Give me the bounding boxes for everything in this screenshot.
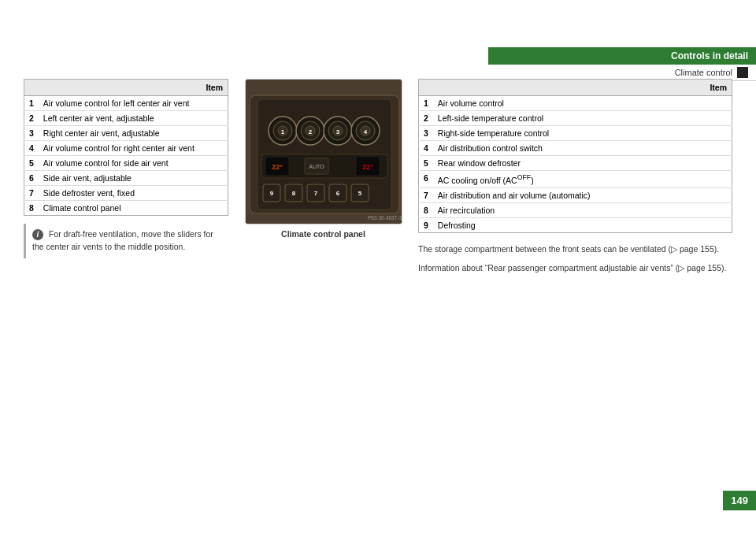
info-icon: i [32, 229, 43, 240]
table-row: 1 Air volume control [419, 96, 732, 111]
row-desc: Rear window defroster [433, 156, 732, 171]
extra-paragraph-2: Information about “Rear passenger compar… [418, 261, 732, 275]
table-row: 2 Left center air vent, adjustable [24, 111, 228, 126]
climate-panel-svg: 1 2 3 4 22° [246, 80, 402, 224]
row-desc: Right center air vent, adjustable [39, 126, 228, 141]
table-row: 7 Side defroster vent, fixed [24, 186, 228, 201]
row-desc: Defrosting [433, 217, 732, 232]
table-row: 8 Air recirculation [419, 202, 732, 217]
row-num: 2 [419, 111, 433, 126]
row-num: 5 [24, 156, 39, 171]
extra-text: The storage compartment between the fron… [418, 243, 732, 276]
row-desc: Air distribution control switch [433, 141, 732, 156]
row-num: 4 [419, 141, 433, 156]
row-num: 3 [24, 126, 39, 141]
table-row: 4 Air distribution control switch [419, 141, 732, 156]
black-square-icon [737, 67, 748, 78]
svg-text:AUTO: AUTO [309, 164, 324, 169]
right-table-header: Item [419, 80, 732, 96]
header-title-text: Controls in detail [671, 50, 748, 61]
row-desc: Right-side temperature control [433, 126, 732, 141]
svg-text:8: 8 [291, 190, 295, 197]
info-text: For draft-free ventilation, move the sli… [32, 229, 213, 251]
header-subtitle-text: Climate control [675, 68, 732, 77]
svg-text:4: 4 [363, 128, 367, 135]
svg-text:22°: 22° [272, 163, 283, 171]
row-desc: Side defroster vent, fixed [39, 186, 228, 201]
left-item-table: Item 1 Air volume control for left cente… [24, 79, 228, 216]
row-num: 9 [419, 217, 433, 232]
content-area: Item 1 Air volume control for left cente… [24, 79, 732, 487]
row-num: 7 [419, 187, 433, 202]
svg-text:6: 6 [335, 190, 339, 197]
table-row: 2 Left-side temperature control [419, 111, 732, 126]
row-num: 5 [419, 156, 433, 171]
table-row: 5 Rear window defroster [419, 156, 732, 171]
table-row: 3 Right center air vent, adjustable [24, 126, 228, 141]
left-column: Item 1 Air volume control for left cente… [24, 79, 228, 487]
header-section: Controls in detail Climate control [488, 47, 756, 81]
row-num: 4 [24, 141, 39, 156]
left-table-header: Item [24, 80, 228, 96]
row-desc: Left center air vent, adjustable [39, 111, 228, 126]
table-row: 3 Right-side temperature control [419, 126, 732, 141]
row-desc: Air volume control for right center air … [39, 141, 228, 156]
svg-text:1: 1 [280, 128, 284, 135]
left-table-header-row: Item [24, 80, 228, 96]
svg-text:7: 7 [313, 190, 317, 197]
svg-text:P83.30-3637-31: P83.30-3637-31 [368, 215, 402, 221]
info-box: i For draft-free ventilation, move the s… [24, 224, 228, 258]
table-row: 9 Defrosting [419, 217, 732, 232]
right-table-header-row: Item [419, 80, 732, 96]
row-desc: Air recirculation [433, 202, 732, 217]
row-num: 8 [24, 201, 39, 216]
extra-paragraph-1: The storage compartment between the fron… [418, 243, 732, 256]
row-num: 1 [419, 96, 433, 111]
row-desc: AC cooling on/off (ACOFF) [433, 171, 732, 188]
svg-text:3: 3 [335, 128, 339, 135]
row-desc: Air distribution and air volume (automat… [433, 187, 732, 202]
row-num: 1 [24, 96, 39, 111]
right-item-table: Item 1 Air volume control 2 Left-side te… [418, 79, 732, 233]
row-desc: Air volume control [433, 96, 732, 111]
image-caption: Climate control panel [281, 229, 365, 239]
table-row: 5 Air volume control for side air vent [24, 156, 228, 171]
row-desc: Left-side temperature control [433, 111, 732, 126]
table-row: 4 Air volume control for right center ai… [24, 141, 228, 156]
row-num: 6 [24, 171, 39, 186]
right-column: Item 1 Air volume control 2 Left-side te… [418, 79, 732, 487]
svg-text:5: 5 [358, 190, 361, 197]
row-num: 3 [419, 126, 433, 141]
table-row: 6 Side air vent, adjustable [24, 171, 228, 186]
row-num: 6 [419, 171, 433, 188]
row-num: 2 [24, 111, 39, 126]
table-row: 8 Climate control panel [24, 201, 228, 216]
middle-column: 1 2 3 4 22° [243, 79, 404, 487]
svg-text:22°: 22° [362, 163, 373, 171]
header-title: Controls in detail [488, 47, 756, 65]
page-number: 149 [723, 491, 756, 510]
svg-text:2: 2 [308, 128, 312, 135]
row-desc: Climate control panel [39, 201, 228, 216]
table-row: 6 AC cooling on/off (ACOFF) [419, 171, 732, 188]
svg-text:9: 9 [269, 190, 273, 197]
row-desc: Side air vent, adjustable [39, 171, 228, 186]
climate-panel-image: 1 2 3 4 22° [245, 79, 402, 224]
table-row: 1 Air volume control for left center air… [24, 96, 228, 111]
row-desc: Air volume control for left center air v… [39, 96, 228, 111]
row-num: 8 [419, 202, 433, 217]
row-num: 7 [24, 186, 39, 201]
row-desc: Air volume control for side air vent [39, 156, 228, 171]
table-row: 7 Air distribution and air volume (autom… [419, 187, 732, 202]
